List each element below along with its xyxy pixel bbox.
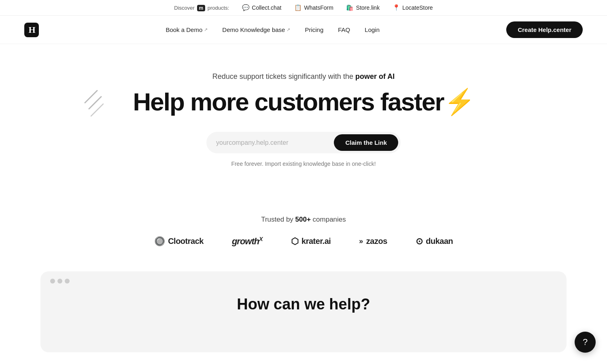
trusted-logos: 🔘 Clootrack growthX ⬡ krater.ai » zazos … (154, 236, 453, 247)
dot-1 (50, 279, 55, 284)
hero-title: Help more customers faster⚡ (133, 88, 474, 116)
company-url-input[interactable] (216, 139, 331, 146)
discover-label: Discover m products: (174, 5, 229, 11)
nav-pricing[interactable]: Pricing (305, 26, 323, 33)
hero-decoration (81, 89, 105, 121)
hero-input-row: Claim the Link (206, 132, 401, 153)
help-card-title: How can we help? (57, 296, 550, 313)
trusted-logo-growthx: growthX (232, 236, 263, 247)
trusted-logo-clootrack: 🔘 Clootrack (154, 236, 204, 247)
nav-book-demo[interactable]: Book a Demo ↗ (166, 26, 208, 33)
krater-icon: ⬡ (291, 236, 299, 247)
topbar-product-locate-store[interactable]: 📍 LocateStore (393, 4, 433, 11)
trusted-logo-dukaan: ⊙ dukaan (416, 236, 453, 247)
hero-subtitle: Reduce support tickets significantly wit… (212, 72, 395, 81)
hero-section: Reduce support tickets significantly wit… (0, 44, 607, 207)
dot-3 (65, 279, 70, 284)
svg-line-0 (85, 91, 97, 103)
topbar: Discover m products: 💬 Collect.chat 📋 Wh… (0, 0, 607, 16)
dot-2 (57, 279, 62, 284)
nav-demo-knowledge-base[interactable]: Demo Knowledge base ↗ (222, 26, 290, 33)
help-card: How can we help? (40, 271, 567, 352)
logo[interactable]: H (24, 23, 39, 37)
trusted-section: Trusted by 500+ companies 🔘 Clootrack gr… (0, 207, 607, 263)
nav-links: Book a Demo ↗ Demo Knowledge base ↗ Pric… (166, 26, 380, 33)
whatsform-icon: 📋 (294, 4, 301, 11)
topbar-product-collect-chat[interactable]: 💬 Collect.chat (242, 4, 281, 11)
zazos-icon: » (359, 237, 363, 245)
clootrack-icon: 🔘 (154, 236, 165, 247)
logo-letter: H (24, 23, 39, 37)
chat-widget-icon: ? (583, 337, 588, 347)
topbar-product-store-link[interactable]: 🛍️ Store.link (346, 4, 380, 11)
nav-faq[interactable]: FAQ (338, 26, 350, 33)
create-helpcenter-button[interactable]: Create Help.center (506, 21, 583, 38)
collect-chat-icon: 💬 (242, 4, 249, 11)
chat-widget[interactable]: ? (575, 332, 596, 353)
window-dots (50, 279, 70, 284)
trusted-logo-zazos: » zazos (359, 237, 387, 246)
store-link-icon: 🛍️ (346, 4, 354, 11)
claim-link-button[interactable]: Claim the Link (334, 134, 398, 151)
dukaan-icon: ⊙ (416, 236, 423, 247)
trusted-label: Trusted by 500+ companies (261, 216, 346, 224)
navbar: H Book a Demo ↗ Demo Knowledge base ↗ Pr… (0, 16, 607, 44)
brand-icon: m (197, 5, 206, 11)
external-link-icon: ↗ (204, 27, 208, 32)
trusted-logo-krater: ⬡ krater.ai (291, 236, 331, 247)
external-link-icon-2: ↗ (287, 27, 290, 32)
topbar-product-whatsform[interactable]: 📋 WhatsForm (294, 4, 333, 11)
locate-store-icon: 📍 (393, 4, 400, 11)
hero-free-note: Free forever. Import existing knowledge … (231, 161, 376, 167)
hero-title-emoji: ⚡ (444, 88, 474, 116)
svg-line-1 (89, 97, 101, 109)
nav-login[interactable]: Login (365, 26, 380, 33)
